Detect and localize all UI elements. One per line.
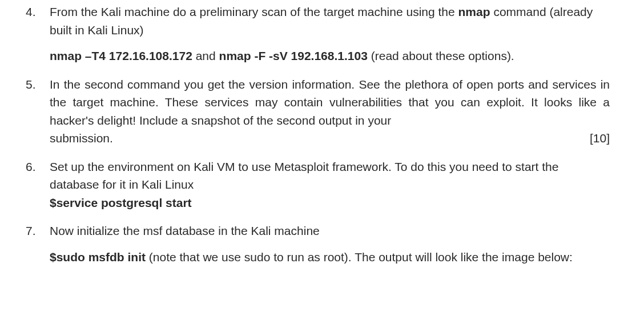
text: Set up the environment on Kali VM to use… xyxy=(50,160,558,192)
list-item: 4. From the Kali machine do a preliminar… xyxy=(26,3,610,65)
text: (read about these options). xyxy=(368,49,514,62)
text: Now initialize the msf database in the K… xyxy=(50,224,320,237)
text: (note that we use sudo to run as root). … xyxy=(146,250,573,264)
text: submission. xyxy=(50,129,113,147)
command-text: nmap -F -sV 192.168.1.103 xyxy=(219,49,368,62)
paragraph: $sudo msfdb init (note that we use sudo … xyxy=(50,248,610,266)
paragraph: $service postgresql start xyxy=(50,194,610,212)
list-item: 5. In the second command you get the ver… xyxy=(26,75,610,147)
text: From the Kali machine do a preliminary s… xyxy=(50,5,458,18)
paragraph: Set up the environment on Kali VM to use… xyxy=(50,158,610,194)
paragraph: In the second command you get the versio… xyxy=(50,75,610,147)
command-name: nmap xyxy=(458,5,490,18)
numbered-list: 4. From the Kali machine do a preliminar… xyxy=(26,3,610,266)
item-number: 5. xyxy=(26,75,36,94)
text: In the second command you get the versio… xyxy=(50,78,610,127)
command-text: $sudo msfdb init xyxy=(50,250,146,264)
points-marker: [10] xyxy=(590,129,610,147)
command-text: $service postgresql start xyxy=(50,196,192,209)
text: and xyxy=(192,49,219,62)
item-number: 6. xyxy=(26,158,36,176)
paragraph: From the Kali machine do a preliminary s… xyxy=(50,3,610,39)
paragraph: nmap –T4 172.16.108.172 and nmap -F -sV … xyxy=(50,47,610,65)
item-number: 4. xyxy=(26,3,36,21)
paragraph: Now initialize the msf database in the K… xyxy=(50,222,610,240)
list-item: 6. Set up the environment on Kali VM to … xyxy=(26,158,610,212)
list-item: 7. Now initialize the msf database in th… xyxy=(26,222,610,266)
item-number: 7. xyxy=(26,222,36,240)
command-text: nmap –T4 172.16.108.172 xyxy=(50,49,192,62)
